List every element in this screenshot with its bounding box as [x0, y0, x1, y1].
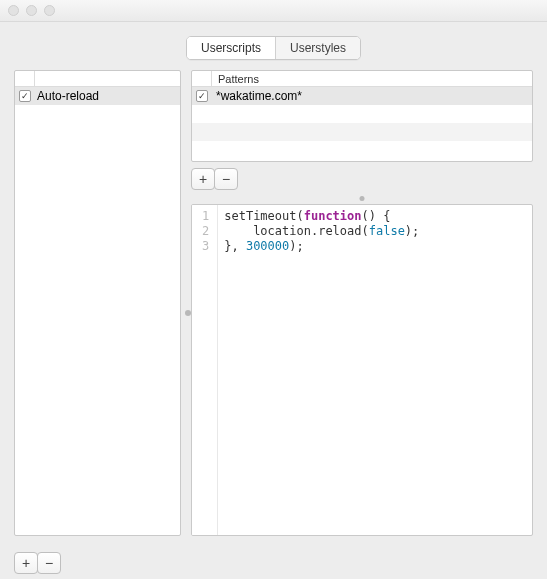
segmented-control: Userscripts Userstyles [186, 36, 361, 60]
tab-userstyles[interactable]: Userstyles [275, 37, 360, 59]
pattern-text: *wakatime.com* [212, 89, 302, 103]
patterns-buttons: + − [191, 168, 533, 190]
minimize-icon[interactable] [26, 5, 37, 16]
close-icon[interactable] [8, 5, 19, 16]
patterns-row[interactable]: ✓ *wakatime.com* [192, 87, 532, 105]
patterns-header-label: Patterns [212, 73, 259, 85]
script-name: Auto-reload [37, 89, 99, 103]
code-content[interactable]: setTimeout(function() { location.reload(… [218, 205, 425, 535]
patterns-header: Patterns [192, 71, 532, 87]
scripts-buttons: + − [14, 552, 533, 574]
add-script-button[interactable]: + [14, 552, 38, 574]
remove-pattern-button[interactable]: − [214, 168, 238, 190]
tab-userscripts[interactable]: Userscripts [187, 37, 275, 59]
add-pattern-button[interactable]: + [191, 168, 215, 190]
line-gutter: 1 2 3 [192, 205, 218, 535]
window-titlebar [0, 0, 547, 22]
checkbox-icon[interactable]: ✓ [196, 90, 208, 102]
zoom-icon[interactable] [44, 5, 55, 16]
scripts-list-header [15, 71, 180, 87]
scripts-list[interactable]: ✓ Auto-reload [14, 70, 181, 536]
remove-script-button[interactable]: − [37, 552, 61, 574]
checkbox-icon[interactable]: ✓ [19, 90, 31, 102]
code-editor[interactable]: 1 2 3 setTimeout(function() { location.r… [191, 204, 533, 536]
scripts-list-row[interactable]: ✓ Auto-reload [15, 87, 180, 105]
vertical-splitter[interactable] [185, 310, 191, 316]
horizontal-splitter[interactable] [191, 194, 533, 202]
tab-bar: Userscripts Userstyles [0, 22, 547, 70]
patterns-list[interactable]: Patterns ✓ *wakatime.com* [191, 70, 533, 162]
